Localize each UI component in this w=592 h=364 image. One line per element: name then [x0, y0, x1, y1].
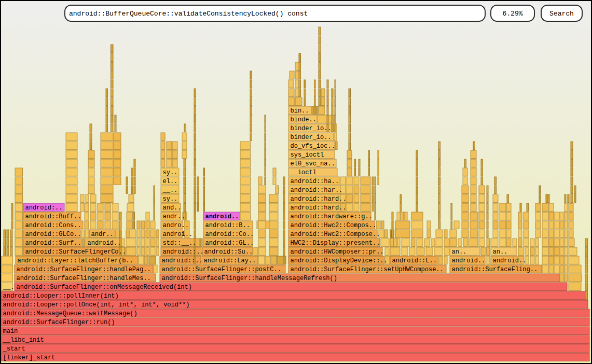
svg-text:android..: android.. [88, 240, 121, 247]
svg-text:android::GL..: android::GL.. [205, 240, 254, 247]
svg-text:_start: _start [3, 345, 25, 353]
svg-text:__ioctl: __ioctl [290, 169, 316, 176]
svg-text:android::SurfaceFlinger::setUp: android::SurfaceFlinger::setUpHWCompose.… [291, 266, 444, 273]
svg-text:sy..: sy.. [163, 169, 178, 176]
svg-text:android::HWComposer::pr..: android::HWComposer::pr.. [291, 248, 384, 256]
svg-text:android::MessageQueue::waitMes: android::MessageQueue::waitMessage() [3, 310, 137, 317]
svg-text:binder_io..: binder_io.. [291, 125, 332, 132]
svg-text:std::__..: std::__.. [163, 240, 197, 247]
svg-text:andr..: andr.. [163, 213, 185, 220]
svg-text:Search: Search [549, 10, 574, 18]
svg-text:6.29%: 6.29% [502, 10, 522, 18]
svg-text:el0_svc_na..: el0_svc_na.. [291, 160, 335, 167]
svg-text:[linker]_start: [linker]_start [3, 354, 56, 361]
svg-text:android::SurfaceFlinger::handl: android::SurfaceFlinger::handleMes.. [17, 275, 151, 282]
svg-text:android::hard..: android::hard.. [291, 204, 347, 212]
svg-text:andr..: andr.. [91, 231, 114, 238]
svg-text:android::SurfaceFlingerCo..: android::SurfaceFlingerCo.. [25, 248, 126, 256]
svg-text:__libc_init: __libc_init [3, 337, 44, 344]
svg-text:android::..: android::.. [163, 248, 204, 256]
svg-text:android::Lay..: android::Lay.. [204, 257, 256, 264]
svg-text:android::SurfaceFlinger::handl: android::SurfaceFlinger::handlePag.. [17, 266, 151, 273]
svg-text:android::Hwc2::Compose..: android::Hwc2::Compose.. [291, 231, 380, 238]
svg-text:android::Looper::pollInner(int: android::Looper::pollInner(int) [3, 292, 119, 300]
svg-text:an..: an.. [493, 248, 508, 256]
svg-text:android::GLCo..: android::GLCo.. [25, 231, 81, 238]
svg-text:andro..: andro.. [163, 222, 189, 229]
svg-text:android::SurfaceFlinger::postC: android::SurfaceFlinger::postC.. [162, 266, 281, 273]
svg-text:android::ha..: android::ha.. [291, 178, 339, 185]
svg-text:android::Co..: android::Co.. [205, 231, 254, 238]
svg-text:el..: el.. [163, 178, 178, 185]
svg-text:do_vfs_ioc..: do_vfs_ioc.. [291, 143, 335, 150]
svg-text:android::har..: android::har.. [291, 187, 343, 194]
svg-text:android::L..: android::L.. [392, 257, 437, 264]
svg-text:and..: and.. [163, 204, 182, 212]
svg-text:an..: an.. [452, 248, 467, 256]
svg-text:android::Cons..: android::Cons.. [25, 222, 81, 229]
svg-text:android::SurfaceFlinger::handl: android::SurfaceFlinger::handleMessageRe… [162, 275, 337, 282]
svg-text:binder_io..: binder_io.. [291, 134, 332, 141]
svg-text:main: main [3, 328, 18, 335]
svg-text:bin..: bin.. [291, 107, 309, 115]
svg-text:android::hardware::g..: android::hardware::g.. [291, 213, 373, 220]
svg-text:android::B..: android::B.. [205, 222, 250, 229]
svg-text:android::SurfaceFling..: android::SurfaceFling.. [452, 266, 538, 273]
svg-text:sy..: sy.. [163, 195, 178, 203]
svg-text:android::BufferQueueCore::vali: android::BufferQueueCore::validateConsis… [69, 10, 308, 18]
svg-text:android::Looper::pollOnce(int,: android::Looper::pollOnce(int, int*, int… [3, 301, 190, 309]
svg-text:android::DisplayDevice::..: android::DisplayDevice::.. [291, 257, 388, 264]
svg-text:android:..: android:.. [25, 204, 63, 212]
svg-text:android::Buff..: android::Buff.. [25, 213, 81, 220]
svg-text:android..: android.. [452, 257, 486, 264]
svg-text:sys_ioctl: sys_ioctl [291, 151, 324, 159]
svg-text:__.: __. [3, 284, 15, 291]
svg-text:__..: __.. [162, 187, 178, 194]
svg-text:android..: android.. [493, 257, 527, 264]
svg-text:android::..: android::.. [162, 257, 203, 264]
svg-text:android::hard..: android::hard.. [291, 195, 347, 203]
svg-text:android::Su..: android::Su.. [204, 248, 253, 256]
svg-text:android::Hwc2::Compos..: android::Hwc2::Compos.. [291, 222, 377, 229]
svg-text:android::SurfaceFlinger::run(): android::SurfaceFlinger::run() [3, 319, 115, 326]
svg-text:android::SurfaceFlinger::onMes: android::SurfaceFlinger::onMessageReceiv… [17, 284, 192, 291]
svg-text:android::Layer::latchBuffer(b.: android::Layer::latchBuffer(b.. [18, 257, 133, 264]
svg-text:android::Surf..: android::Surf.. [25, 240, 81, 247]
svg-text:binde..: binde.. [291, 116, 316, 123]
svg-text:HWC2::Display::present..: HWC2::Display::present.. [291, 240, 380, 247]
svg-text:androi..: androi.. [163, 231, 193, 238]
svg-text:android..: android.. [205, 213, 239, 220]
